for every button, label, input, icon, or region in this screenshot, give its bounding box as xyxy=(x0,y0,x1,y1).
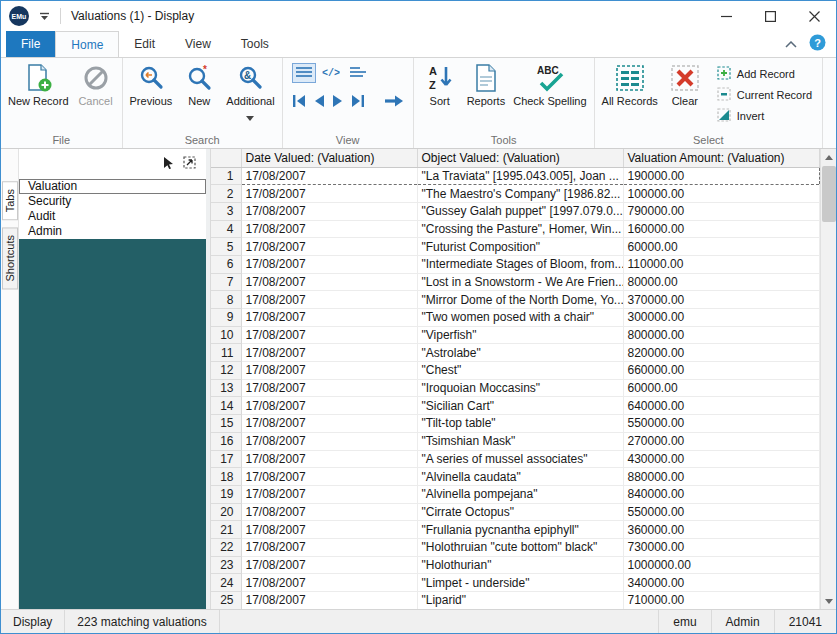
date-cell[interactable]: 17/08/2007 xyxy=(241,503,417,521)
row-number[interactable]: 24 xyxy=(211,574,241,592)
table-row[interactable]: 817/08/2007"Mirror Dome of the North Dom… xyxy=(211,291,820,309)
cancel-button[interactable]: Cancel xyxy=(73,59,119,110)
date-cell[interactable]: 17/08/2007 xyxy=(241,485,417,503)
table-row[interactable]: 2517/08/2007"Liparid"710000.00 xyxy=(211,592,820,610)
amount-cell[interactable]: 660000.00 xyxy=(623,362,820,380)
vertical-tab-tabs[interactable]: Tabs xyxy=(2,181,18,220)
object-cell[interactable]: "Gussey Galah puppet" [1997.079.0... xyxy=(417,202,623,220)
object-cell[interactable]: "Chest" xyxy=(417,362,623,380)
row-number[interactable]: 23 xyxy=(211,556,241,574)
amount-cell[interactable]: 430000.00 xyxy=(623,450,820,468)
date-cell[interactable]: 17/08/2007 xyxy=(241,592,417,610)
date-cell[interactable]: 17/08/2007 xyxy=(241,432,417,450)
check-spelling-button[interactable]: ABC Check Spelling xyxy=(509,59,590,110)
vertical-tab-shortcuts[interactable]: Shortcuts xyxy=(2,227,18,289)
object-cell[interactable]: "Tsimshian Mask" xyxy=(417,432,623,450)
sidebar-item-security[interactable]: Security xyxy=(19,194,206,209)
table-row[interactable]: 1117/08/2007"Astrolabe"820000.00 xyxy=(211,344,820,362)
row-number[interactable]: 6 xyxy=(211,255,241,273)
maximize-button[interactable] xyxy=(748,1,792,31)
page-view-button[interactable] xyxy=(346,63,370,83)
row-number[interactable]: 11 xyxy=(211,344,241,362)
reports-button[interactable]: Reports xyxy=(463,59,510,110)
date-cell[interactable]: 17/08/2007 xyxy=(241,238,417,256)
table-row[interactable]: 617/08/2007"Intermediate Stages of Bloom… xyxy=(211,255,820,273)
date-cell[interactable]: 17/08/2007 xyxy=(241,273,417,291)
date-cell[interactable]: 17/08/2007 xyxy=(241,379,417,397)
scroll-thumb[interactable] xyxy=(822,166,836,222)
amount-cell[interactable]: 800000.00 xyxy=(623,326,820,344)
table-row[interactable]: 1517/08/2007"Tilt-top table"550000.00 xyxy=(211,415,820,433)
ribbon-tab-home[interactable]: Home xyxy=(55,31,119,57)
collapse-ribbon-icon[interactable] xyxy=(785,37,797,51)
amount-cell[interactable]: 110000.00 xyxy=(623,255,820,273)
table-row[interactable]: 117/08/2007"La Traviata" [1995.043.005],… xyxy=(211,167,820,185)
date-cell[interactable]: 17/08/2007 xyxy=(241,468,417,486)
date-cell[interactable]: 17/08/2007 xyxy=(241,362,417,380)
amount-cell[interactable]: 840000.00 xyxy=(623,485,820,503)
new-record-button[interactable]: New Record xyxy=(4,59,73,110)
object-cell[interactable]: "A series of mussel associates" xyxy=(417,450,623,468)
amount-cell[interactable]: 730000.00 xyxy=(623,538,820,556)
table-row[interactable]: 1817/08/2007"Alvinella caudata"880000.00 xyxy=(211,468,820,486)
table-row[interactable]: 1417/08/2007"Sicilian Cart"640000.00 xyxy=(211,397,820,415)
row-number[interactable]: 22 xyxy=(211,538,241,556)
new-search-button[interactable]: * New xyxy=(176,59,222,110)
list-view-button[interactable] xyxy=(292,63,316,83)
table-row[interactable]: 1317/08/2007"Iroquoian Moccasins"60000.0… xyxy=(211,379,820,397)
amount-cell[interactable]: 640000.00 xyxy=(623,397,820,415)
date-cell[interactable]: 17/08/2007 xyxy=(241,185,417,203)
date-cell[interactable]: 17/08/2007 xyxy=(241,538,417,556)
amount-cell[interactable]: 550000.00 xyxy=(623,503,820,521)
amount-cell[interactable]: 370000.00 xyxy=(623,291,820,309)
row-number[interactable]: 20 xyxy=(211,503,241,521)
sidebar-item-valuation[interactable]: Valuation xyxy=(19,179,206,194)
object-cell[interactable]: "Holothruian "cute bottom" black" xyxy=(417,538,623,556)
current-record-button[interactable]: Current Record xyxy=(712,84,817,105)
amount-cell[interactable]: 160000.00 xyxy=(623,220,820,238)
object-cell[interactable]: "Holothurian" xyxy=(417,556,623,574)
scroll-up-button[interactable] xyxy=(821,149,836,165)
amount-cell[interactable]: 550000.00 xyxy=(623,415,820,433)
close-button[interactable] xyxy=(792,1,836,31)
table-row[interactable]: 517/08/2007"Futurist Composition"60000.0… xyxy=(211,238,820,256)
row-number[interactable]: 10 xyxy=(211,326,241,344)
date-cell[interactable]: 17/08/2007 xyxy=(241,556,417,574)
minimize-button[interactable] xyxy=(704,1,748,31)
object-cell[interactable]: "Viperfish" xyxy=(417,326,623,344)
column-header[interactable]: Valuation Amount: (Valuation) xyxy=(623,149,820,167)
row-number[interactable]: 15 xyxy=(211,415,241,433)
details-view-button[interactable]: </> xyxy=(319,63,343,83)
row-number[interactable]: 14 xyxy=(211,397,241,415)
add-record-button[interactable]: Add Record xyxy=(712,63,817,84)
table-row[interactable]: 217/08/2007"The Maestro's Company" [1986… xyxy=(211,185,820,203)
object-cell[interactable]: "Crossing the Pasture", Homer, Win... xyxy=(417,220,623,238)
scroll-down-button[interactable] xyxy=(821,593,836,609)
object-cell[interactable]: "Cirrate Octopus" xyxy=(417,503,623,521)
object-cell[interactable]: "Limpet - underside" xyxy=(417,574,623,592)
table-row[interactable]: 2317/08/2007"Holothurian"1000000.00 xyxy=(211,556,820,574)
object-cell[interactable]: "Futurist Composition" xyxy=(417,238,623,256)
object-cell[interactable]: "Liparid" xyxy=(417,592,623,610)
object-cell[interactable]: "Iroquoian Moccasins" xyxy=(417,379,623,397)
vertical-scrollbar[interactable] xyxy=(820,149,836,609)
table-row[interactable]: 2117/08/2007"Frullania pycnantha epiphyl… xyxy=(211,521,820,539)
object-cell[interactable]: "Astrolabe" xyxy=(417,344,623,362)
date-cell[interactable]: 17/08/2007 xyxy=(241,255,417,273)
object-cell[interactable]: "Lost in a Snowstorm - We Are Frien... xyxy=(417,273,623,291)
row-number[interactable]: 3 xyxy=(211,202,241,220)
object-cell[interactable]: "Mirror Dome of the North Dome, Yo... xyxy=(417,291,623,309)
column-header[interactable]: Date Valued: (Valuation) xyxy=(241,149,417,167)
amount-cell[interactable]: 80000.00 xyxy=(623,273,820,291)
table-row[interactable]: 317/08/2007"Gussey Galah puppet" [1997.0… xyxy=(211,202,820,220)
row-number[interactable]: 13 xyxy=(211,379,241,397)
row-number[interactable]: 5 xyxy=(211,238,241,256)
date-cell[interactable]: 17/08/2007 xyxy=(241,521,417,539)
amount-cell[interactable]: 820000.00 xyxy=(623,344,820,362)
date-cell[interactable]: 17/08/2007 xyxy=(241,326,417,344)
first-record-button[interactable] xyxy=(292,94,306,108)
row-number[interactable]: 4 xyxy=(211,220,241,238)
row-number[interactable]: 12 xyxy=(211,362,241,380)
amount-cell[interactable]: 60000.00 xyxy=(623,379,820,397)
sidebar-item-audit[interactable]: Audit xyxy=(19,209,206,224)
